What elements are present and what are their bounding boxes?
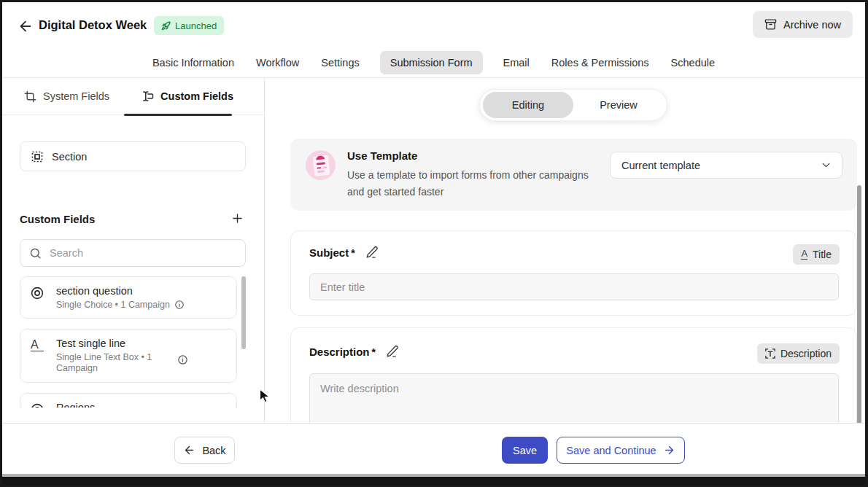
custom-field-list: section question Single Choice • 1 Campa… bbox=[20, 276, 247, 408]
header: Digital Detox Week Launched Archive now bbox=[2, 2, 865, 47]
tab-workflow[interactable]: Workflow bbox=[255, 51, 301, 74]
template-icon bbox=[306, 150, 336, 180]
required-asterisk: * bbox=[351, 247, 354, 259]
description-type-label: Description bbox=[780, 348, 832, 359]
info-icon[interactable] bbox=[174, 300, 185, 310]
tab-schedule[interactable]: Schedule bbox=[670, 51, 716, 74]
field-card-test-single-line[interactable]: A Test single line Single Line Text Box … bbox=[20, 329, 237, 383]
arrow-left-icon bbox=[183, 444, 195, 456]
archive-now-label: Archive now bbox=[783, 19, 841, 31]
sidebar-tab-label: Custom Fields bbox=[160, 90, 233, 102]
input-cursor-icon bbox=[141, 90, 154, 103]
description-type-icon bbox=[765, 348, 775, 359]
page-title: Digital Detox Week bbox=[39, 18, 147, 32]
sidebar: System Fields Custom Fields Section Cust… bbox=[2, 78, 265, 423]
field-subtitle-text: Single Choice • 1 Campaign bbox=[56, 300, 170, 310]
subject-title-input[interactable] bbox=[309, 273, 839, 300]
tab-submission-form[interactable]: Submission Form bbox=[380, 51, 483, 74]
add-field-button[interactable] bbox=[229, 210, 245, 226]
template-dropdown-value: Current template bbox=[621, 160, 700, 171]
search-icon bbox=[29, 247, 42, 260]
save-button-label: Save bbox=[513, 445, 537, 456]
field-title: Test single line bbox=[56, 338, 173, 349]
back-button-label: Back bbox=[202, 445, 225, 456]
save-button[interactable]: Save bbox=[502, 437, 548, 464]
single-choice-icon bbox=[31, 403, 44, 408]
field-title: Regions bbox=[56, 402, 95, 408]
description-input[interactable] bbox=[309, 373, 839, 423]
tab-settings[interactable]: Settings bbox=[319, 51, 360, 74]
field-card-section-question[interactable]: section question Single Choice • 1 Campa… bbox=[20, 276, 237, 319]
active-tab-underline bbox=[124, 114, 232, 116]
app-window: Digital Detox Week Launched Archive now … bbox=[0, 0, 868, 487]
description-label: Description* bbox=[309, 346, 376, 358]
tab-email[interactable]: Email bbox=[502, 51, 531, 74]
section-icon bbox=[31, 151, 43, 163]
tab-roles-permissions[interactable]: Roles & Permissions bbox=[550, 51, 651, 74]
single-choice-icon bbox=[31, 287, 44, 300]
search-input[interactable] bbox=[48, 246, 236, 260]
subject-label: Subject* bbox=[309, 246, 355, 259]
sidebar-scrollbar-thumb[interactable] bbox=[241, 276, 246, 349]
sidebar-tab-system-fields[interactable]: System Fields bbox=[24, 90, 109, 103]
template-dropdown[interactable]: Current template bbox=[610, 152, 842, 179]
sidebar-tabs: System Fields Custom Fields bbox=[2, 78, 264, 115]
tab-basic-information[interactable]: Basic Information bbox=[151, 51, 236, 74]
sidebar-tab-label: System Fields bbox=[43, 90, 109, 102]
sidebar-tab-custom-fields[interactable]: Custom Fields bbox=[141, 90, 233, 103]
edit-pencil-icon[interactable] bbox=[386, 345, 399, 358]
field-subtitle: Single Choice • 1 Campaign bbox=[56, 300, 185, 310]
use-template-card: Use Template Use a template to import fo… bbox=[290, 139, 857, 211]
info-icon[interactable] bbox=[177, 354, 188, 365]
single-line-text-icon: A bbox=[31, 339, 44, 351]
required-asterisk: * bbox=[372, 346, 376, 358]
title-type-badge: A Title bbox=[793, 244, 840, 265]
toggle-preview[interactable]: Preview bbox=[573, 92, 664, 118]
archive-icon bbox=[764, 18, 777, 31]
main-content: Editing Preview Use Template Use a templ… bbox=[265, 78, 865, 423]
section-button[interactable]: Section bbox=[20, 141, 246, 171]
custom-fields-heading: Custom Fields bbox=[20, 213, 95, 225]
status-badge-label: Launched bbox=[175, 20, 217, 31]
status-badge: Launched bbox=[154, 16, 224, 35]
description-type-badge: Description bbox=[757, 343, 840, 364]
field-search[interactable] bbox=[20, 239, 246, 267]
main-nav-tabs: Basic Information Workflow Settings Subm… bbox=[2, 48, 865, 77]
save-and-continue-label: Save and Continue bbox=[566, 445, 656, 456]
window-bottom-chrome bbox=[2, 474, 865, 485]
back-button[interactable]: Back bbox=[174, 437, 235, 464]
mode-toggle: Editing Preview bbox=[479, 89, 667, 121]
template-card-description: Use a template to import forms from othe… bbox=[347, 167, 599, 200]
arrow-right-icon bbox=[663, 444, 675, 456]
field-title: section question bbox=[56, 285, 185, 297]
edit-pencil-icon[interactable] bbox=[365, 246, 379, 259]
footer-bar: Back Save Save and Continue bbox=[2, 423, 865, 477]
main-scrollbar-thumb[interactable] bbox=[857, 185, 861, 423]
archive-now-button[interactable]: Archive now bbox=[753, 11, 853, 38]
description-card: Description* Description bbox=[290, 327, 857, 423]
subject-card: Subject* A Title bbox=[290, 230, 857, 316]
toggle-editing[interactable]: Editing bbox=[483, 92, 573, 118]
template-card-title: Use Template bbox=[347, 149, 417, 162]
back-arrow-button[interactable] bbox=[16, 17, 35, 35]
section-button-label: Section bbox=[52, 151, 87, 163]
chevron-down-icon bbox=[820, 159, 832, 171]
arrow-left-icon bbox=[18, 18, 34, 34]
rocket-icon bbox=[161, 21, 171, 31]
save-and-continue-button[interactable]: Save and Continue bbox=[557, 437, 685, 464]
field-card-regions[interactable]: Regions bbox=[20, 393, 237, 408]
crop-icon bbox=[24, 90, 36, 103]
title-type-label: Title bbox=[813, 249, 832, 260]
plus-icon bbox=[230, 211, 244, 225]
field-subtitle: Single Line Text Box • 1 Campaign bbox=[56, 352, 173, 374]
title-type-icon: A bbox=[801, 249, 807, 260]
